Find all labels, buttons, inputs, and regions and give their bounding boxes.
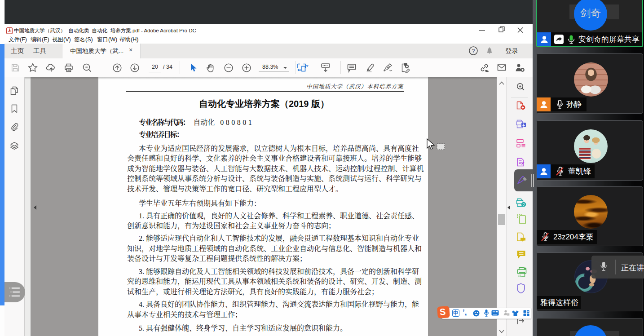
svg-text:?: ? bbox=[472, 48, 475, 54]
